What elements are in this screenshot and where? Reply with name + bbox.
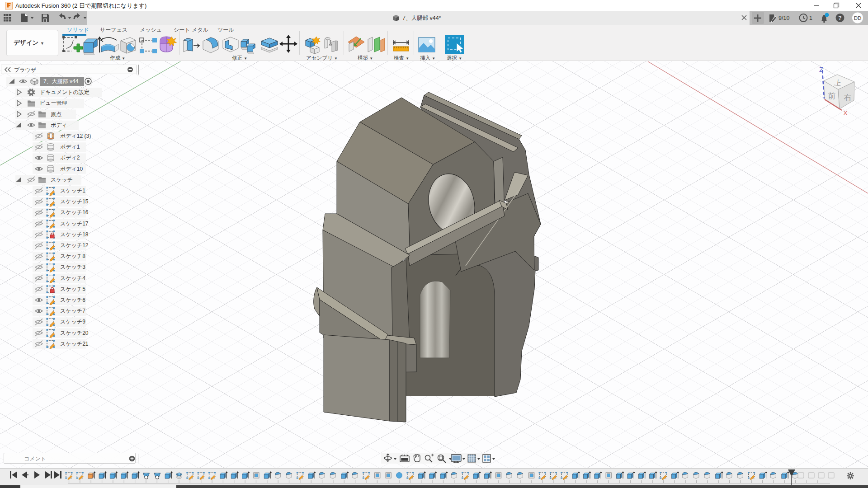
svg-text:スケッチ6: スケッチ6 <box>60 297 85 303</box>
svg-text:スケッチ21: スケッチ21 <box>60 341 89 347</box>
svg-text:ボディ2: ボディ2 <box>60 155 80 161</box>
svg-text:スケッチ3: スケッチ3 <box>60 264 85 270</box>
svg-text:スケッチ8: スケッチ8 <box>60 253 85 259</box>
svg-text:ボディ1: ボディ1 <box>60 144 80 150</box>
svg-text:ボディ: ボディ <box>51 122 67 128</box>
svg-text:スケッチ20: スケッチ20 <box>60 330 89 336</box>
svg-text:スケッチ: スケッチ <box>51 177 73 183</box>
svg-text:スケッチ4: スケッチ4 <box>60 275 85 282</box>
svg-text:スケッチ1: スケッチ1 <box>60 188 85 194</box>
svg-text:スケッチ18: スケッチ18 <box>60 231 89 238</box>
svg-text:スケッチ7: スケッチ7 <box>60 308 85 314</box>
svg-text:原点: 原点 <box>51 111 61 117</box>
svg-text:ドキュメントの設定: ドキュメントの設定 <box>40 89 90 95</box>
svg-text:スケッチ5: スケッチ5 <box>60 286 85 292</box>
svg-text:スケッチ17: スケッチ17 <box>60 221 89 227</box>
svg-text:スケッチ15: スケッチ15 <box>60 198 89 205</box>
svg-text:スケッチ9: スケッチ9 <box>60 319 85 325</box>
svg-text:ボディ12 (3): ボディ12 (3) <box>60 133 91 139</box>
svg-text:ボディ10: ボディ10 <box>60 166 83 172</box>
svg-text:スケッチ16: スケッチ16 <box>60 209 89 216</box>
svg-text:ビュー管理: ビュー管理 <box>40 100 67 106</box>
svg-text:スケッチ12: スケッチ12 <box>60 242 89 249</box>
svg-text:7、大腿部 v44: 7、大腿部 v44 <box>43 78 79 84</box>
